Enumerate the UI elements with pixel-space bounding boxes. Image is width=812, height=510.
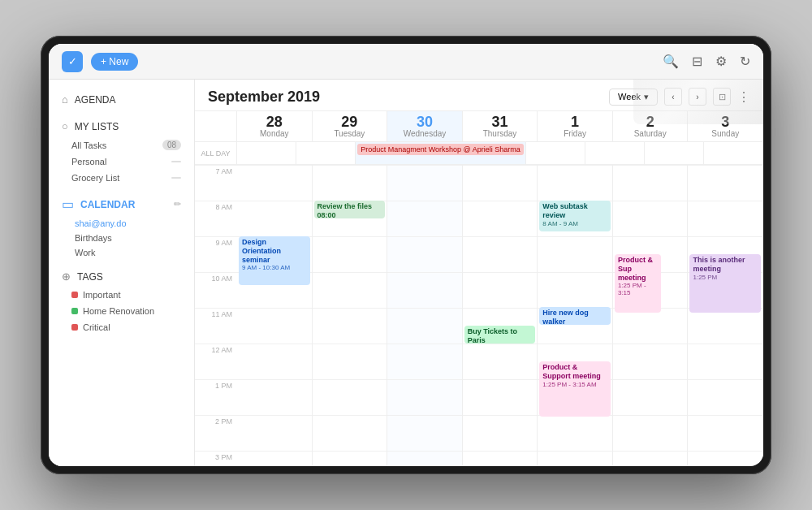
event-product-support-fri[interactable]: Product & Support meeting 1:25 PM - 3:15… <box>539 361 611 417</box>
main-layout: ⌂ AGENDA ○ MY LISTS All Tasks 08 P <box>49 80 763 466</box>
renovation-dot <box>71 308 78 314</box>
edit-icon: ✏ <box>174 199 181 210</box>
calendar-label: CALENDAR <box>80 199 135 210</box>
allday-sun <box>704 142 763 164</box>
day-header-30: 30 Wednesday <box>387 111 463 141</box>
allday-tue <box>296 142 356 164</box>
event-buy-tickets[interactable]: Buy Tickets to Paris <box>464 326 536 344</box>
all-tasks-badge: 08 <box>162 140 181 150</box>
sidebar-item-mylists[interactable]: ○ MY LISTS <box>49 116 194 136</box>
time-1pm: 1 PM <box>195 379 237 415</box>
sidebar-item-tags[interactable]: ⊕ TAGS <box>49 266 194 287</box>
allday-event-workshop[interactable]: Product Managment Workshop @ Aprieli Sha… <box>357 144 524 155</box>
top-bar-right: 🔍 ⊟ ⚙ ↻ <box>663 54 750 69</box>
sidebar-item-all-tasks[interactable]: All Tasks 08 <box>49 136 194 153</box>
time-gutter-header <box>195 111 237 141</box>
day-header-28: 28 Monday <box>237 111 313 141</box>
tags-label: TAGS <box>77 271 103 283</box>
calendar-area: September 2019 Week ▾ ‹ › ⊡ ⋮ <box>195 80 763 466</box>
allday-label: ALL DAY <box>195 142 237 164</box>
mylists-label: MY LISTS <box>75 121 119 132</box>
day-header-31: 31 Thursday <box>463 111 538 141</box>
layout-icon[interactable]: ⊟ <box>692 54 702 69</box>
time-grid: 7 AM 8 AM 9 AM 10 AM 11 AM 12 AM 1 PM 2 … <box>195 165 763 466</box>
sidebar-tag-critical[interactable]: Critical <box>49 319 194 335</box>
new-button[interactable]: + New <box>91 53 138 71</box>
sidebar-item-personal[interactable]: Personal <box>49 153 194 170</box>
allday-row: ALL DAY Product Managment Workshop @ Apr… <box>195 142 763 165</box>
day-columns: Design Orientation seminar 9 AM - 10:30 … <box>237 165 763 466</box>
time-labels: 7 AM 8 AM 9 AM 10 AM 11 AM 12 AM 1 PM 2 … <box>195 165 237 466</box>
time-12am: 12 AM <box>195 344 237 379</box>
search-icon[interactable]: 🔍 <box>663 54 679 69</box>
event-design-orientation[interactable]: Design Orientation seminar 9 AM - 10:30 … <box>239 236 310 285</box>
allday-mon <box>237 142 296 164</box>
calendar-icon: ▭ <box>62 197 74 212</box>
sidebar-tag-important[interactable]: Important <box>49 287 194 303</box>
sidebar-cal-birthdays[interactable]: Birthdays <box>49 231 194 245</box>
header-photo <box>633 80 763 124</box>
col-fri: Web subtask review 8 AM - 9 AM Hire new … <box>538 165 613 466</box>
critical-dot <box>71 324 78 331</box>
top-bar: ✓ + New 🔍 ⊟ ⚙ ↻ <box>49 44 763 80</box>
check-circle-icon: ○ <box>62 120 68 132</box>
top-bar-left: ✓ + New <box>62 51 138 72</box>
allday-sat <box>645 142 704 164</box>
tag-icon: ⊕ <box>62 270 71 283</box>
sidebar: ⌂ AGENDA ○ MY LISTS All Tasks 08 P <box>49 80 195 466</box>
app-icon: ✓ <box>62 51 83 72</box>
sidebar-item-agenda[interactable]: ⌂ AGENDA <box>49 89 194 110</box>
event-another-meeting[interactable]: This is another meeting 1:25 PM <box>689 254 761 313</box>
event-hire-dog-walker[interactable]: Hire new dog walker <box>539 307 611 325</box>
allday-thu <box>526 142 585 164</box>
sidebar-cal-work[interactable]: Work <box>49 245 194 260</box>
grocery-badge <box>171 177 181 179</box>
sidebar-agenda-section: ⌂ AGENDA <box>49 89 194 110</box>
agenda-label: AGENDA <box>75 94 116 106</box>
allday-wed: Product Managment Workshop @ Aprieli Sha… <box>356 142 526 164</box>
device-frame: ✓ + New 🔍 ⊟ ⚙ ↻ ⌂ AGENDA <box>41 36 771 474</box>
col-thu: Buy Tickets to Paris <box>463 165 538 466</box>
time-9am: 9 AM <box>195 236 237 272</box>
day-header-1: 1 Friday <box>538 111 613 141</box>
sidebar-calendar-section: ▭ CALENDAR ✏ shai@any.do Birthdays Work <box>49 192 194 260</box>
time-10am: 10 AM <box>195 272 237 308</box>
device-screen: ✓ + New 🔍 ⊟ ⚙ ↻ ⌂ AGENDA <box>49 44 763 466</box>
sidebar-tag-renovation[interactable]: Home Renovation <box>49 303 194 319</box>
time-7am: 7 AM <box>195 165 237 201</box>
calendar-title: September 2019 <box>208 89 320 106</box>
time-3pm: 3 PM <box>195 451 237 466</box>
col-mon: Design Orientation seminar 9 AM - 10:30 … <box>237 165 313 466</box>
personal-badge <box>171 161 181 162</box>
col-wed <box>387 165 463 466</box>
refresh-icon[interactable]: ↻ <box>740 54 750 69</box>
home-icon: ⌂ <box>62 93 68 106</box>
sidebar-lists-section: ○ MY LISTS All Tasks 08 Personal Grocery… <box>49 116 194 186</box>
sidebar-item-calendar[interactable]: ▭ CALENDAR ✏ <box>49 192 194 216</box>
event-product-support-sat[interactable]: Product & Sup meeting 1:25 PM - 3:15 <box>615 254 662 313</box>
settings-icon[interactable]: ⚙ <box>715 54 727 69</box>
day-header-29: 29 Tuesday <box>313 111 388 141</box>
col-sat: Product & Sup meeting 1:25 PM - 3:15 <box>613 165 689 466</box>
time-2pm: 2 PM <box>195 415 237 451</box>
important-dot <box>71 292 78 298</box>
sidebar-item-grocery[interactable]: Grocery List <box>49 170 194 186</box>
sidebar-cal-shai[interactable]: shai@any.do <box>49 216 194 231</box>
calendar-body: 7 AM 8 AM 9 AM 10 AM 11 AM 12 AM 1 PM 2 … <box>195 165 763 466</box>
time-8am: 8 AM <box>195 201 237 236</box>
time-11am: 11 AM <box>195 308 237 344</box>
allday-fri <box>585 142 645 164</box>
col-sun: This is another meeting 1:25 PM <box>688 165 763 466</box>
event-review-files[interactable]: Review the files 08:00 <box>314 201 386 218</box>
sidebar-tags-section: ⊕ TAGS Important Home Renovation Critica… <box>49 266 194 335</box>
col-tue: Review the files 08:00 <box>313 165 388 466</box>
event-web-subtask[interactable]: Web subtask review 8 AM - 9 AM <box>539 201 611 231</box>
calendar-header: September 2019 Week ▾ ‹ › ⊡ ⋮ <box>195 80 763 111</box>
